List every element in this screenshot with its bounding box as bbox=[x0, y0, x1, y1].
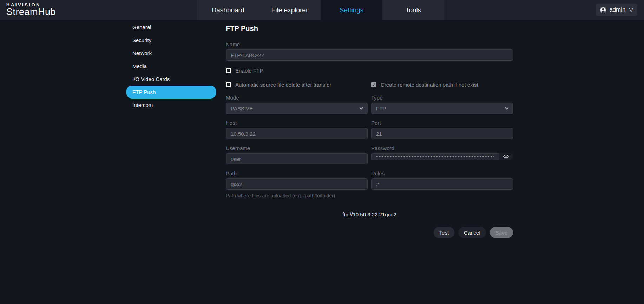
port-label: Port bbox=[371, 120, 513, 126]
page-title: FTP Push bbox=[226, 25, 513, 33]
sidebar-item-network[interactable]: Network bbox=[126, 47, 216, 60]
rules-label: Rules bbox=[371, 170, 513, 176]
rules-field-group: Rules bbox=[371, 170, 513, 198]
enable-ftp-label: Enable FTP bbox=[235, 68, 263, 74]
settings-sidebar: General Security Network Media I/O Video… bbox=[126, 21, 216, 112]
create-remote-label: Create remote destination path if not ex… bbox=[381, 82, 478, 88]
sidebar-item-io-video-cards[interactable]: I/O Video Cards bbox=[126, 73, 216, 86]
port-input[interactable] bbox=[371, 128, 513, 139]
mode-label: Mode bbox=[226, 95, 368, 101]
mode-select[interactable]: PASSIVE bbox=[226, 103, 368, 114]
password-label: Password bbox=[371, 145, 513, 151]
path-rules-row: Path Path where files are uploaded (e.g.… bbox=[226, 170, 513, 198]
tab-settings[interactable]: Settings bbox=[321, 0, 382, 20]
type-selected-value: FTP bbox=[376, 106, 386, 112]
user-menu-button[interactable]: admin ▽ bbox=[596, 4, 637, 16]
username-input[interactable] bbox=[226, 153, 368, 164]
sidebar-item-intercom[interactable]: Intercom bbox=[126, 99, 216, 112]
host-input[interactable] bbox=[226, 128, 368, 139]
brand-product: StreamHub bbox=[6, 7, 56, 18]
app-header: HAIVISION StreamHub Dashboard File explo… bbox=[0, 0, 644, 20]
password-field-group: Password •••••••••••••••••••••••••••••••… bbox=[371, 145, 513, 164]
mode-type-row: Mode PASSIVE Type FTP bbox=[226, 95, 513, 114]
sidebar-item-ftp-push[interactable]: FTP Push bbox=[126, 86, 216, 99]
username-field-group: Username bbox=[226, 145, 368, 164]
tab-dashboard[interactable]: Dashboard bbox=[197, 0, 259, 20]
host-label: Host bbox=[226, 120, 368, 126]
path-field-group: Path Path where files are uploaded (e.g.… bbox=[226, 170, 368, 198]
host-field-group: Host bbox=[226, 120, 368, 139]
ftp-url-preview: ftp://10.50.3.22:21gco2 bbox=[226, 211, 513, 217]
sidebar-item-general[interactable]: General bbox=[126, 21, 216, 34]
tab-tools[interactable]: Tools bbox=[382, 0, 444, 20]
brand-logo: HAIVISION StreamHub bbox=[6, 2, 56, 18]
auto-delete-row: ✓ Automatic source file delete after tra… bbox=[226, 82, 368, 88]
password-input[interactable]: ••••••••••••••••••••••••••••••••••••••••… bbox=[371, 153, 499, 160]
host-port-row: Host Port bbox=[226, 120, 513, 139]
save-button[interactable]: Save bbox=[490, 227, 513, 238]
enable-ftp-row: ✓ Enable FTP bbox=[226, 68, 513, 74]
name-input[interactable] bbox=[226, 49, 513, 61]
credentials-row: Username Password ••••••••••••••••••••••… bbox=[226, 145, 513, 164]
ftp-push-panel: FTP Push Name ✓ Enable FTP ✓ Automatic s… bbox=[226, 20, 513, 238]
sidebar-item-media[interactable]: Media bbox=[126, 60, 216, 73]
cancel-button[interactable]: Cancel bbox=[458, 227, 486, 238]
create-remote-row: ✓ Create remote destination path if not … bbox=[371, 82, 513, 88]
enable-ftp-checkbox[interactable]: ✓ bbox=[226, 68, 231, 73]
path-help-text: Path where files are uploaded (e.g. /pat… bbox=[226, 193, 368, 198]
tab-file-explorer[interactable]: File explorer bbox=[259, 0, 321, 20]
chevron-down-icon bbox=[359, 106, 363, 109]
path-label: Path bbox=[226, 170, 368, 176]
checkbox-options-row: ✓ Automatic source file delete after tra… bbox=[226, 82, 513, 88]
sidebar-item-security[interactable]: Security bbox=[126, 34, 216, 47]
auto-delete-checkbox[interactable]: ✓ bbox=[226, 82, 231, 87]
username-label: Username bbox=[226, 145, 368, 151]
auto-delete-label: Automatic source file delete after trans… bbox=[235, 82, 331, 88]
mode-selected-value: PASSIVE bbox=[231, 106, 253, 112]
path-input[interactable] bbox=[226, 178, 368, 190]
password-field[interactable]: ••••••••••••••••••••••••••••••••••••••••… bbox=[371, 153, 513, 160]
chevron-down-icon bbox=[505, 106, 508, 109]
show-password-button[interactable] bbox=[499, 153, 513, 160]
type-field-group: Type FTP bbox=[371, 95, 513, 114]
type-label: Type bbox=[371, 95, 513, 101]
create-remote-checkbox[interactable]: ✓ bbox=[371, 82, 376, 87]
name-label: Name bbox=[226, 41, 513, 47]
eye-icon bbox=[503, 154, 509, 160]
main-nav: Dashboard File explorer Settings Tools bbox=[197, 0, 444, 20]
password-masked-value: ••••••••••••••••••••••••••••••••••••••••… bbox=[376, 154, 494, 160]
dropdown-caret-icon: ▽ bbox=[629, 7, 633, 13]
rules-input[interactable] bbox=[371, 178, 513, 190]
check-icon: ✓ bbox=[372, 83, 375, 87]
port-field-group: Port bbox=[371, 120, 513, 139]
user-name: admin bbox=[609, 6, 625, 13]
name-field-group: Name bbox=[226, 41, 513, 61]
form-actions: Test Cancel Save bbox=[226, 227, 513, 238]
mode-field-group: Mode PASSIVE bbox=[226, 95, 368, 114]
user-avatar-icon bbox=[600, 7, 606, 13]
type-select[interactable]: FTP bbox=[371, 103, 513, 114]
test-button[interactable]: Test bbox=[434, 227, 455, 238]
